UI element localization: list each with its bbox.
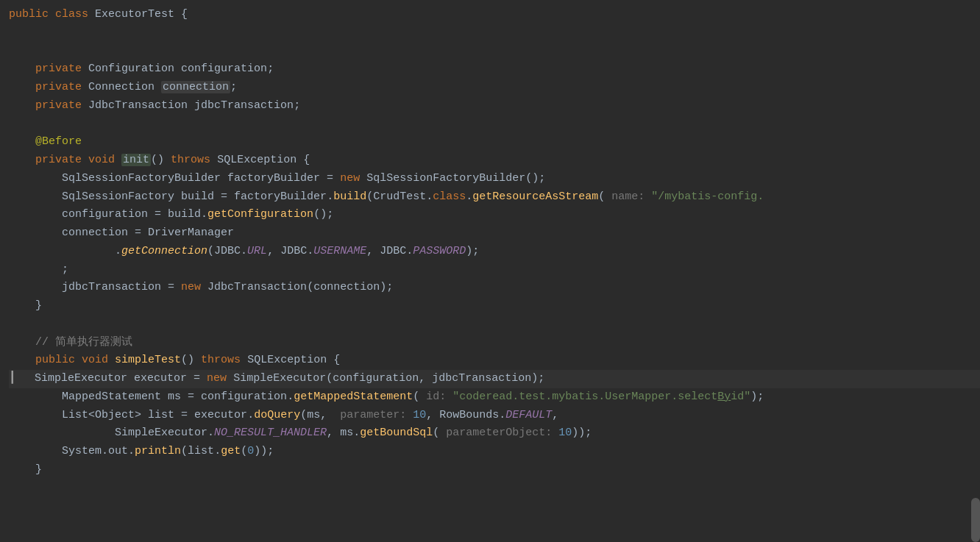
code-line-26: } [9,461,980,479]
code-line-13: connection = DriverManager [9,224,980,243]
code-line-20: public void simpleTest() throws SQLExcep… [9,352,980,370]
code-line-4: private Configuration configuration; [9,60,980,79]
code-line-24: SimpleExecutor.NO_RESULT_HANDLER, ms.get… [9,424,980,443]
code-line-9: private void init() throws SQLException … [9,151,980,170]
code-line-17: } [9,297,980,315]
code-line-16: jdbcTransaction = new JdbcTransaction(co… [9,279,980,297]
scrollbar[interactable] [971,498,980,542]
code-line-2 [9,24,980,43]
code-line-23: List<Object> list = executor.doQuery(ms,… [9,407,980,425]
code-editor: public class ExecutorTest { private Conf… [0,0,980,542]
code-line-22: MappedStatement ms = configuration.getMa… [9,388,980,407]
code-line-8: @Before [9,133,980,151]
code-line-5: private Connection connection; [9,79,980,97]
code-line-25: System.out.println(list.get(0)); [9,443,980,461]
code-line-21: ┃ SimpleExecutor executor = new SimpleEx… [9,370,980,388]
code-line-7 [9,115,980,134]
code-line-14: .getConnection(JDBC.URL, JDBC.USERNAME, … [9,243,980,261]
code-line-19: // 简单执行器测试 [9,334,980,352]
code-line-10: SqlSessionFactoryBuilder factoryBuilder … [9,170,980,188]
code-line-15: ; [9,261,980,279]
code-line-6: private JdbcTransaction jdbcTransaction; [9,97,980,115]
code-line-12: configuration = build.getConfiguration()… [9,206,980,224]
code-line-1: public class ExecutorTest { [9,6,980,24]
code-line-11: SqlSessionFactory build = factoryBuilder… [9,188,980,207]
code-line-3 [9,43,980,61]
code-line-18 [9,315,980,334]
